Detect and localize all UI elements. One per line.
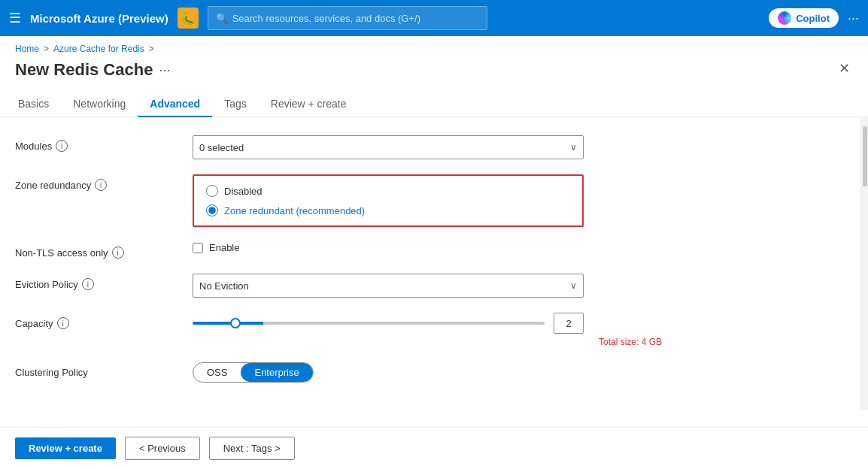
tab-networking[interactable]: Networking — [61, 92, 138, 117]
capacity-info-icon[interactable]: i — [57, 317, 69, 329]
non-tls-checkbox[interactable] — [193, 243, 203, 253]
more-options-icon[interactable]: ··· — [848, 11, 859, 26]
non-tls-row: Non-TLS access only i Enable — [15, 242, 662, 259]
search-icon: 🔍 — [216, 13, 228, 24]
modules-dropdown[interactable]: 0 selected ∨ — [193, 135, 584, 159]
capacity-slider-row: 2 — [193, 313, 584, 334]
modules-control: 0 selected ∨ — [193, 135, 662, 159]
app-title: Microsoft Azure (Preview) — [30, 12, 168, 25]
tab-basics[interactable]: Basics — [15, 92, 61, 117]
zone-disabled-label: Disabled — [224, 186, 263, 197]
clustering-policy-label: Clustering Policy — [15, 362, 181, 378]
zone-redundant-radio[interactable] — [206, 204, 218, 216]
capacity-label: Capacity i — [15, 313, 181, 329]
eviction-policy-value: No Eviction — [199, 280, 249, 292]
form-area: Modules i 0 selected ∨ Zone redundancy — [0, 117, 677, 410]
tab-review-create[interactable]: Review + create — [259, 92, 359, 117]
bottom-bar: Review + create < Previous Next : Tags > — [0, 427, 868, 469]
eviction-policy-dropdown-arrow-icon: ∨ — [570, 280, 577, 291]
zone-disabled-radio[interactable] — [206, 185, 218, 197]
main-wrapper: Modules i 0 selected ∨ Zone redundancy — [0, 117, 868, 410]
non-tls-control: Enable — [193, 242, 662, 253]
zone-redundancy-box: Disabled Zone redundant (recommended) — [193, 174, 584, 227]
page-more-icon[interactable]: ··· — [159, 62, 170, 78]
eviction-policy-row: Eviction Policy i No Eviction ∨ — [15, 274, 662, 298]
breadcrumb-azure-cache[interactable]: Azure Cache for Redis — [53, 44, 144, 54]
capacity-value: 2 — [554, 313, 584, 334]
capacity-control: 2 Total size: 4 GB — [193, 313, 662, 347]
topbar: ☰ Microsoft Azure (Preview) 🐛 🔍 Copilot … — [0, 0, 868, 36]
zone-redundant-option[interactable]: Zone redundant (recommended) — [206, 204, 570, 216]
non-tls-checkbox-label: Enable — [209, 242, 239, 253]
non-tls-checkbox-row[interactable]: Enable — [193, 242, 662, 253]
non-tls-label: Non-TLS access only i — [15, 242, 181, 259]
copilot-orb-icon — [778, 11, 791, 25]
bug-icon[interactable]: 🐛 — [178, 8, 199, 29]
previous-button[interactable]: < Previous — [125, 437, 200, 460]
tab-tags[interactable]: Tags — [212, 92, 259, 117]
zone-redundancy-control: Disabled Zone redundant (recommended) — [193, 174, 662, 227]
clustering-oss-option[interactable]: OSS — [193, 363, 241, 382]
eviction-policy-label: Eviction Policy i — [15, 274, 181, 290]
zone-redundancy-label: Zone redundancy i — [15, 174, 181, 191]
hamburger-menu-icon[interactable]: ☰ — [9, 10, 21, 26]
zone-redundancy-info-icon[interactable]: i — [95, 179, 107, 191]
review-create-button[interactable]: Review + create — [15, 437, 116, 459]
modules-row: Modules i 0 selected ∨ — [15, 135, 662, 159]
modules-dropdown-arrow-icon: ∨ — [570, 142, 577, 153]
zone-disabled-option[interactable]: Disabled — [206, 185, 570, 197]
modules-label: Modules i — [15, 135, 181, 152]
breadcrumb-sep-2: > — [149, 44, 154, 54]
search-input[interactable] — [232, 13, 479, 24]
search-bar[interactable]: 🔍 — [208, 6, 487, 30]
clustering-enterprise-option[interactable]: Enterprise — [241, 363, 312, 382]
page-header: New Redis Cache ··· ✕ — [0, 57, 868, 92]
tab-advanced[interactable]: Advanced — [138, 92, 212, 117]
capacity-total-size: Total size: 4 GB — [193, 337, 662, 347]
zone-redundancy-row: Zone redundancy i Disabled Zone redundan… — [15, 174, 662, 227]
capacity-row: Capacity i 2 Total size: 4 GB — [15, 313, 662, 347]
clustering-policy-row: Clustering Policy OSS Enterprise — [15, 362, 662, 383]
non-tls-info-icon[interactable]: i — [112, 247, 124, 259]
eviction-policy-dropdown[interactable]: No Eviction ∨ — [193, 274, 584, 298]
form-wrapper: Modules i 0 selected ∨ Zone redundancy — [0, 117, 860, 410]
eviction-policy-info-icon[interactable]: i — [82, 278, 94, 290]
copilot-label: Copilot — [796, 13, 830, 24]
next-button[interactable]: Next : Tags > — [209, 437, 295, 460]
clustering-policy-toggle: OSS Enterprise — [193, 362, 314, 383]
eviction-policy-control: No Eviction ∨ — [193, 274, 662, 298]
modules-info-icon[interactable]: i — [56, 140, 68, 152]
breadcrumb: Home > Azure Cache for Redis > — [0, 36, 868, 57]
scrollbar-thumb[interactable] — [863, 126, 867, 186]
close-button[interactable]: ✕ — [839, 60, 850, 77]
tabs-bar: Basics Networking Advanced Tags Review +… — [0, 92, 868, 117]
capacity-slider[interactable] — [193, 322, 545, 325]
content-area: Home > Azure Cache for Redis > New Redis… — [0, 36, 868, 469]
breadcrumb-sep-1: > — [44, 44, 49, 54]
scrollbar-track[interactable] — [860, 117, 868, 410]
clustering-policy-control: OSS Enterprise — [193, 362, 662, 383]
breadcrumb-home[interactable]: Home — [15, 44, 39, 54]
copilot-button[interactable]: Copilot — [769, 8, 839, 28]
modules-value: 0 selected — [199, 142, 244, 153]
page-title: New Redis Cache — [15, 60, 153, 80]
zone-redundant-label: Zone redundant (recommended) — [224, 205, 365, 216]
